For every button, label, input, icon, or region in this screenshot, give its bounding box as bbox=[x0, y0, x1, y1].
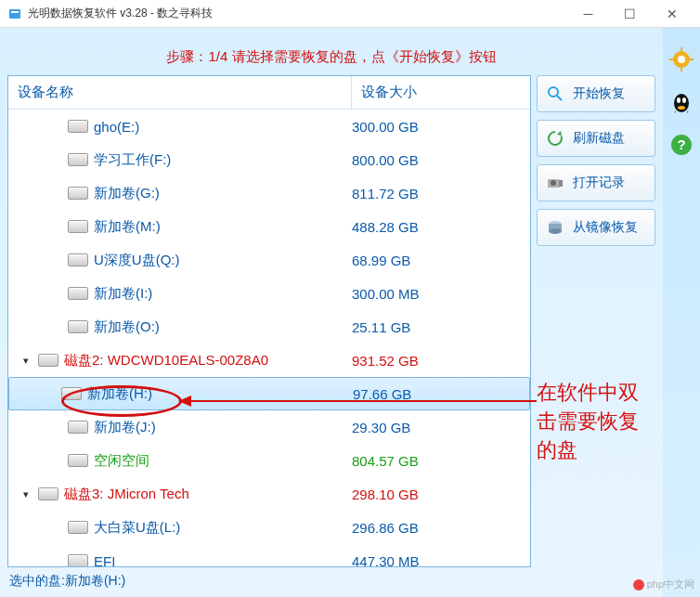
column-header-size[interactable]: 设备大小 bbox=[352, 76, 530, 109]
svg-rect-0 bbox=[9, 9, 20, 19]
row-size-label: 68.99 GB bbox=[352, 253, 530, 268]
row-name-label: 大白菜U盘(L:) bbox=[94, 519, 180, 537]
disk-icon bbox=[68, 153, 88, 166]
svg-rect-16 bbox=[669, 58, 674, 60]
disk-icon bbox=[61, 387, 82, 400]
disk-icon bbox=[68, 320, 88, 333]
table-row[interactable]: 新加卷(M:)488.28 GB bbox=[8, 210, 530, 243]
disk-icon bbox=[68, 554, 88, 566]
disk-icon bbox=[68, 187, 88, 200]
table-row[interactable]: ▾磁盘2: WDCWD10EALS-00Z8A0931.52 GB bbox=[8, 344, 530, 377]
row-name-label: 磁盘2: WDCWD10EALS-00Z8A0 bbox=[64, 352, 268, 370]
row-name-label: gho(E:) bbox=[94, 119, 139, 135]
row-size-label: 25.11 GB bbox=[352, 319, 530, 335]
content-pane: 步骤：1/4 请选择需要恢复的盘，点《开始恢复》按钮 设备名称 设备大小 gho… bbox=[0, 28, 663, 597]
gear-icon[interactable] bbox=[668, 46, 694, 72]
table-row[interactable]: 大白菜U盘(L:)296.86 GB bbox=[8, 511, 530, 544]
svg-point-13 bbox=[678, 56, 685, 63]
table-row[interactable]: 新加卷(I:)300.00 MB bbox=[8, 277, 530, 310]
table-row[interactable]: U深度U盘(Q:)68.99 GB bbox=[8, 243, 530, 277]
row-name-label: 新加卷(H:) bbox=[87, 385, 152, 403]
table-row[interactable]: 新加卷(H:)97.66 GB bbox=[8, 377, 530, 410]
button-label: 打开记录 bbox=[573, 175, 625, 191]
row-size-label: 811.72 GB bbox=[352, 186, 530, 201]
minimize-button[interactable]: ─ bbox=[567, 0, 609, 28]
row-name-label: 新加卷(G:) bbox=[94, 185, 160, 202]
refresh-disk-button[interactable]: 刷新磁盘 bbox=[537, 120, 655, 157]
disk-icon bbox=[68, 521, 88, 534]
table-row[interactable]: 新加卷(G:)811.72 GB bbox=[8, 176, 530, 210]
row-name-label: 新加卷(O:) bbox=[94, 318, 160, 336]
disk-icon bbox=[68, 220, 88, 233]
from-image-button[interactable]: 从镜像恢复 bbox=[537, 209, 655, 246]
table-row[interactable]: ▾磁盘3: JMicron Tech298.10 GB bbox=[8, 477, 530, 511]
table-row[interactable]: 新加卷(O:)25.11 GB bbox=[8, 310, 530, 344]
camera-icon bbox=[545, 173, 565, 193]
row-name-label: 学习工作(F:) bbox=[94, 151, 171, 169]
column-header-name[interactable]: 设备名称 bbox=[8, 76, 352, 109]
side-toolbar: ? bbox=[663, 28, 700, 597]
row-size-label: 29.30 GB bbox=[352, 420, 530, 435]
disk-icon bbox=[38, 487, 58, 500]
row-name-label: 新加卷(I:) bbox=[94, 285, 152, 303]
step-banner: 步骤：1/4 请选择需要恢复的盘，点《开始恢复》按钮 bbox=[7, 35, 655, 75]
svg-rect-6 bbox=[559, 180, 563, 187]
row-size-label: 298.10 GB bbox=[352, 487, 530, 502]
table-row[interactable]: 空闲空间804.57 GB bbox=[8, 444, 530, 477]
row-name-label: 新加卷(J:) bbox=[94, 419, 156, 436]
app-icon bbox=[7, 6, 22, 21]
table-body[interactable]: gho(E:)300.00 GB学习工作(F:)800.00 GB新加卷(G:)… bbox=[8, 110, 530, 566]
start-recovery-button[interactable]: 开始恢复 bbox=[537, 75, 655, 112]
qq-icon[interactable] bbox=[668, 89, 694, 115]
chevron-down-icon[interactable]: ▾ bbox=[19, 488, 32, 500]
chevron-down-icon[interactable]: ▾ bbox=[19, 355, 32, 367]
row-name-label: 空闲空间 bbox=[94, 452, 149, 470]
status-bar: 选中的盘:新加卷(H:) bbox=[7, 567, 655, 590]
row-size-label: 296.86 GB bbox=[352, 520, 530, 536]
row-size-label: 300.00 MB bbox=[352, 286, 530, 302]
magnifier-icon bbox=[545, 84, 565, 104]
row-size-label: 447.30 MB bbox=[352, 553, 530, 567]
window-title: 光明数据恢复软件 v3.28 - 数之寻科技 bbox=[28, 6, 567, 21]
table-header: 设备名称 设备大小 bbox=[8, 76, 530, 110]
maximize-button[interactable]: ☐ bbox=[609, 0, 651, 28]
svg-text:?: ? bbox=[677, 136, 685, 152]
svg-point-9 bbox=[549, 228, 562, 234]
svg-line-3 bbox=[557, 96, 562, 100]
svg-rect-1 bbox=[11, 11, 19, 13]
button-label: 刷新磁盘 bbox=[573, 130, 625, 147]
row-size-label: 300.00 GB bbox=[352, 119, 530, 135]
row-size-label: 804.57 GB bbox=[352, 453, 530, 469]
open-log-button[interactable]: 打开记录 bbox=[537, 164, 655, 201]
watermark-logo-icon bbox=[633, 579, 644, 591]
disk-icon bbox=[68, 253, 88, 266]
close-button[interactable]: ✕ bbox=[651, 0, 693, 28]
disk-icon bbox=[68, 454, 88, 467]
button-label: 开始恢复 bbox=[573, 85, 625, 102]
hdd-icon bbox=[545, 217, 565, 238]
watermark: php中文网 bbox=[633, 578, 694, 591]
table-row[interactable]: 学习工作(F:)800.00 GB bbox=[8, 143, 530, 176]
table-row[interactable]: EFI447.30 MB bbox=[8, 544, 530, 566]
status-value: 新加卷(H:) bbox=[65, 573, 125, 588]
row-name-label: 磁盘3: JMicron Tech bbox=[64, 486, 189, 503]
disk-icon bbox=[68, 421, 88, 434]
row-name-label: EFI bbox=[94, 553, 115, 567]
device-table: 设备名称 设备大小 gho(E:)300.00 GB学习工作(F:)800.00… bbox=[7, 75, 531, 567]
row-size-label: 931.52 GB bbox=[352, 353, 530, 369]
row-name-label: 新加卷(M:) bbox=[94, 218, 161, 236]
row-size-label: 488.28 GB bbox=[352, 219, 530, 235]
titlebar: 光明数据恢复软件 v3.28 - 数之寻科技 ─ ☐ ✕ bbox=[0, 0, 700, 28]
disk-icon bbox=[68, 287, 88, 300]
window-controls: ─ ☐ ✕ bbox=[567, 0, 693, 28]
row-size-label: 800.00 GB bbox=[352, 152, 530, 168]
svg-point-20 bbox=[682, 97, 686, 103]
svg-point-5 bbox=[551, 180, 556, 186]
action-panel: 开始恢复 刷新磁盘 打开记录 bbox=[537, 75, 655, 567]
help-icon[interactable]: ? bbox=[668, 132, 694, 158]
disk-icon bbox=[68, 120, 88, 133]
svg-point-21 bbox=[678, 106, 685, 110]
disk-icon bbox=[38, 354, 58, 367]
table-row[interactable]: gho(E:)300.00 GB bbox=[8, 110, 530, 143]
table-row[interactable]: 新加卷(J:)29.30 GB bbox=[8, 410, 530, 444]
